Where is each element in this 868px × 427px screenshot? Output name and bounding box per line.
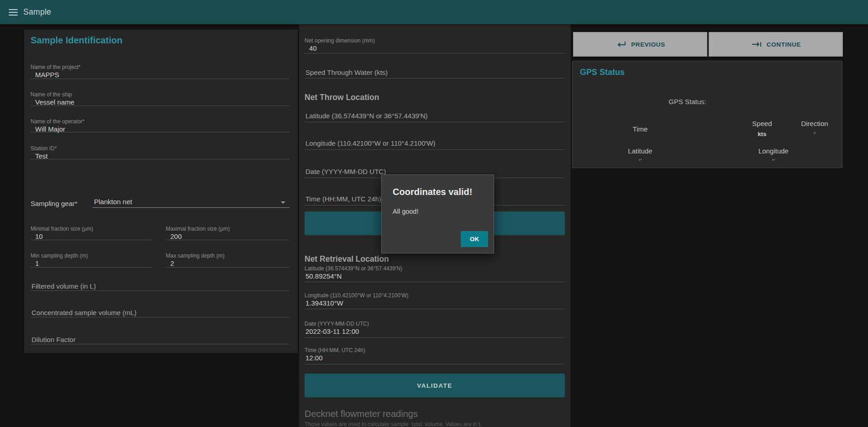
retrieval-latitude-field[interactable]: Latitude (36.574439°N or 36°57.4439'N) 5…	[305, 265, 565, 282]
sampling-gear-label: Sampling gear*	[31, 200, 78, 207]
concentrated-volume-label: Concentrated sample volume (mL)	[31, 309, 289, 317]
gps-direction-unit: °	[787, 131, 842, 137]
retrieval-date-field[interactable]: Date (YYYY-MM-DD UTC) 2022-03-11 12:00	[305, 321, 565, 338]
tab-right-arrow-icon	[751, 41, 763, 48]
concentrated-volume-field[interactable]: Concentrated sample volume (mL)	[31, 309, 289, 317]
retrieval-longitude-value[interactable]: 1.394310°W	[305, 299, 565, 307]
sample-screen: Sample Sample Identification Name of the…	[0, 0, 868, 427]
retrieval-validate-button[interactable]: VALIDATE	[305, 374, 565, 397]
operator-name-label: Name of the operator*	[31, 118, 289, 125]
gps-latitude-label: Latitude	[613, 147, 668, 155]
ship-name-value[interactable]: Vessel name	[31, 98, 289, 106]
return-left-arrow-icon	[615, 41, 627, 48]
retrieval-longitude-label: Longitude (110.42100°W or 110°4.2100'W)	[305, 292, 565, 299]
net-opening-field[interactable]: Net opening dimension (mm) 40	[305, 37, 565, 53]
retrieval-date-value[interactable]: 2022-03-11 12:00	[305, 327, 565, 336]
retrieval-time-value[interactable]: 12:00	[305, 354, 565, 362]
coordinates-valid-dialog: Coordinates valid! All good! OK	[381, 174, 494, 253]
ship-name-label: Name of the ship	[31, 91, 289, 98]
navigation-buttons: PREVIOUS CONTINUE	[572, 31, 844, 58]
max-depth-value[interactable]: 2	[166, 259, 289, 268]
net-retrieval-heading: Net Retrieval Location	[305, 254, 389, 264]
page-title: Sample	[23, 7, 51, 17]
dilution-factor-label: Dilution Factor	[31, 336, 289, 344]
gps-status-heading: GPS Status	[580, 68, 625, 77]
speed-through-water-label: Speed Through Water (kts)	[305, 69, 565, 77]
min-fraction-label: Minimal fraction size (µm)	[31, 226, 153, 232]
dialog-title: Coordinates valid!	[393, 187, 472, 197]
net-opening-label: Net opening dimension (mm)	[305, 37, 565, 44]
station-id-field[interactable]: Station ID* Test	[31, 145, 289, 159]
gps-latitude-unit: °'	[613, 158, 668, 163]
min-depth-field[interactable]: Min sampling depth (m) 1	[31, 253, 153, 268]
previous-button[interactable]: PREVIOUS	[573, 32, 707, 57]
max-fraction-label: Maximal fraction size (µm)	[166, 226, 289, 232]
retrieval-latitude-label: Latitude (36.574439°N or 36°57.4439'N)	[305, 265, 565, 272]
retrieval-time-field[interactable]: Time (HH:MM, UTC 24h) 12:00	[305, 347, 565, 364]
retrieval-latitude-value[interactable]: 50.89254°N	[305, 272, 565, 280]
throw-latitude-field[interactable]: Latitude (36.574439°N or 36°57.4439'N)	[305, 112, 565, 122]
operator-name-value[interactable]: Will Major	[31, 125, 289, 133]
filtered-volume-label: Filtered volume (in L)	[31, 282, 289, 290]
continue-button[interactable]: CONTINUE	[709, 32, 843, 57]
decknet-caption: Those values are used to calculate sampl…	[305, 421, 482, 427]
retrieval-longitude-field[interactable]: Longitude (110.42100°W or 110°4.2100'W) …	[305, 292, 565, 309]
max-fraction-field[interactable]: Maximal fraction size (µm) 200	[166, 226, 289, 240]
speed-through-water-field[interactable]: Speed Through Water (kts)	[305, 69, 565, 79]
retrieval-date-label: Date (YYYY-MM-DD UTC)	[305, 321, 565, 327]
project-name-value[interactable]: MAPPS	[31, 71, 289, 79]
station-id-label: Station ID*	[31, 145, 289, 152]
continue-button-label: CONTINUE	[767, 41, 801, 48]
retrieval-time-label: Time (HH:MM, UTC 24h)	[305, 347, 565, 353]
project-name-field[interactable]: Name of the project* MAPPS	[31, 64, 289, 79]
gps-status-card: GPS Status GPS Status: Time Speed kts Di…	[572, 61, 842, 168]
max-depth-label: Max sampling depth (m)	[166, 253, 289, 259]
throw-latitude-label: Latitude (36.574439°N or 36°57.4439'N)	[305, 112, 565, 120]
gps-time-label: Time	[613, 125, 668, 133]
gps-direction-label: Direction	[787, 120, 842, 127]
gps-status-label: GPS Status:	[573, 98, 802, 105]
max-depth-field[interactable]: Max sampling depth (m) 2	[166, 253, 289, 268]
dropdown-arrow-icon	[281, 201, 285, 204]
dilution-factor-field[interactable]: Dilution Factor	[31, 336, 289, 344]
gps-longitude-unit: °'	[746, 158, 801, 163]
net-opening-value[interactable]: 40	[305, 44, 565, 53]
sample-identification-card: Sample Identification Name of the projec…	[24, 30, 298, 353]
min-depth-label: Min sampling depth (m)	[31, 253, 153, 259]
gps-longitude-label: Longitude	[746, 147, 801, 155]
dialog-ok-button[interactable]: OK	[461, 231, 488, 247]
throw-longitude-label: Longitude (110.42100°W or 110°4.2100'W)	[305, 139, 565, 148]
sampling-gear-value: Plankton net	[93, 198, 132, 206]
gps-speed-label: Speed	[735, 120, 789, 127]
min-fraction-field[interactable]: Minimal fraction size (µm) 10	[31, 226, 153, 240]
max-fraction-value[interactable]: 200	[166, 232, 289, 241]
gps-speed-unit: kts	[735, 131, 789, 137]
project-name-label: Name of the project*	[31, 64, 289, 70]
app-bar: Sample	[0, 0, 868, 24]
filtered-volume-field[interactable]: Filtered volume (in L)	[31, 282, 289, 291]
menu-icon[interactable]	[9, 9, 18, 16]
throw-longitude-field[interactable]: Longitude (110.42100°W or 110°4.2100'W)	[305, 139, 565, 150]
min-fraction-value[interactable]: 10	[31, 232, 153, 241]
operator-name-field[interactable]: Name of the operator* Will Major	[31, 118, 289, 132]
min-depth-value[interactable]: 1	[31, 259, 153, 268]
station-id-value[interactable]: Test	[31, 152, 289, 160]
sampling-gear-select[interactable]: Plankton net	[93, 198, 289, 208]
dialog-body: All good!	[393, 208, 418, 215]
net-throw-heading: Net Throw Location	[305, 93, 379, 102]
decknet-heading: Decknet flowmeter readings	[305, 409, 418, 419]
ship-name-field[interactable]: Name of the ship Vessel name	[31, 91, 289, 106]
sample-identification-heading: Sample Identification	[31, 35, 122, 46]
previous-button-label: PREVIOUS	[631, 41, 665, 48]
